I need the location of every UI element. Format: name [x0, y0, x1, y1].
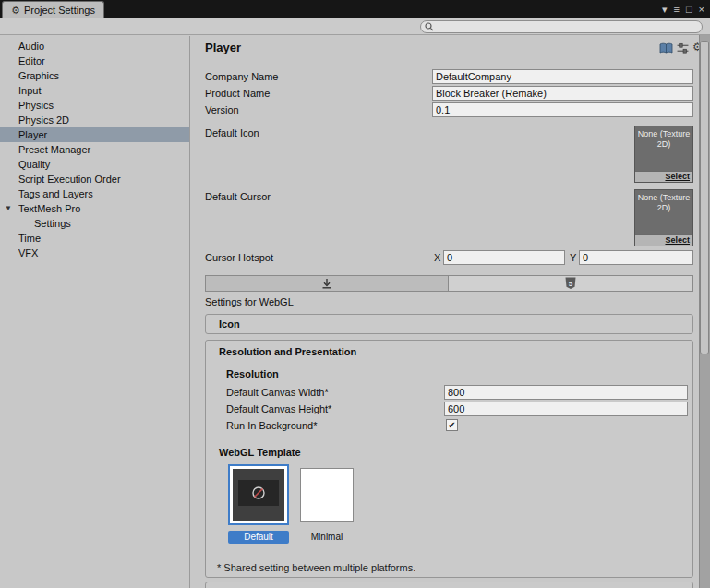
sidebar-item-editor[interactable]: Editor	[0, 54, 189, 68]
dropdown-caret-icon[interactable]: ▾	[662, 2, 668, 17]
checkmark-icon: ✔	[448, 420, 455, 430]
sidebar-item-vfx[interactable]: VFX	[0, 246, 189, 260]
sidebar-item-textmesh-pro[interactable]: ▼ TextMesh Pro	[0, 201, 189, 216]
sidebar-item-time[interactable]: Time	[0, 231, 189, 246]
webgl-template-title: WebGL Template	[219, 447, 301, 458]
default-icon-object-field[interactable]: None (Texture 2D) Select	[634, 126, 693, 183]
hotspot-y-label: Y	[570, 252, 576, 263]
presets-icon[interactable]	[677, 42, 689, 54]
close-icon[interactable]: ×	[699, 2, 704, 17]
sidebar-item-preset-manager[interactable]: Preset Manager	[0, 142, 189, 157]
settings-category-list: Audio Editor Graphics Input Physics Phys…	[0, 39, 189, 260]
search-field[interactable]	[420, 20, 703, 33]
canvas-width-label: Default Canvas Width*	[226, 387, 329, 398]
tab-label: Project Settings	[24, 5, 95, 16]
sidebar-item-input[interactable]: Input	[0, 83, 189, 98]
version-input[interactable]	[432, 102, 693, 117]
settings-for-platform-label: Settings for WebGL	[205, 296, 294, 307]
search-icon	[425, 22, 434, 31]
shared-setting-footnote: * Shared setting between multiple platfo…	[217, 562, 415, 573]
icon-section-header[interactable]: Icon	[205, 314, 693, 334]
canvas-height-label: Default Canvas Height*	[226, 403, 331, 414]
resolution-subsection-title: Resolution	[226, 368, 279, 379]
run-in-background-checkbox[interactable]: ✔	[446, 419, 458, 431]
default-icon-label: Default Icon	[205, 127, 259, 138]
cursor-hotspot-label: Cursor Hotspot	[205, 252, 273, 263]
select-icon-button[interactable]: Select	[635, 171, 692, 182]
sidebar-item-quality[interactable]: Quality	[0, 157, 189, 172]
manual-book-icon[interactable]	[659, 42, 673, 54]
company-name-input[interactable]	[432, 69, 693, 84]
sidebar-item-graphics[interactable]: Graphics	[0, 68, 189, 83]
hotspot-x-label: X	[434, 252, 440, 263]
default-template-preview	[233, 469, 284, 521]
html5-webgl-icon: 5	[565, 277, 576, 290]
sidebar-item-audio[interactable]: Audio	[0, 39, 189, 54]
project-settings-gear-icon: ⚙	[11, 5, 20, 17]
window-titlebar: ⚙ Project Settings ▾ ≡ □ ×	[0, 0, 710, 18]
company-name-label: Company Name	[205, 71, 278, 82]
window-controls: ▾ ≡ □ ×	[662, 2, 704, 17]
svg-text:5: 5	[569, 280, 573, 288]
canvas-width-input[interactable]	[444, 385, 688, 400]
default-cursor-object-field[interactable]: None (Texture 2D) Select	[634, 189, 693, 246]
window-menu-icon[interactable]: ≡	[673, 2, 679, 17]
page-title: Player	[205, 41, 241, 54]
template-default-label[interactable]: Default	[228, 531, 289, 544]
sidebar-item-physics[interactable]: Physics	[0, 98, 189, 113]
download-icon	[321, 278, 332, 289]
template-minimal-label[interactable]: Minimal	[300, 532, 354, 542]
icon-section-title: Icon	[206, 315, 692, 330]
select-cursor-button[interactable]: Select	[635, 234, 692, 246]
webgl-template-minimal-thumbnail[interactable]	[300, 468, 354, 522]
sidebar-item-script-execution-order[interactable]: Script Execution Order	[0, 172, 189, 186]
sidebar-item-tags-and-layers[interactable]: Tags and Layers	[0, 186, 189, 201]
product-name-label: Product Name	[205, 88, 270, 99]
sidebar-item-textmesh-settings[interactable]: Settings	[0, 216, 189, 231]
webgl-template-default-thumbnail[interactable]	[228, 464, 289, 525]
search-input[interactable]	[437, 21, 698, 32]
next-section-header-partial[interactable]	[205, 582, 693, 588]
platform-tab-download[interactable]	[205, 275, 449, 292]
sidebar-item-physics-2d[interactable]: Physics 2D	[0, 113, 189, 127]
sidebar-item-player[interactable]: Player	[0, 127, 189, 142]
foldout-expanded-icon[interactable]: ▼	[5, 201, 12, 216]
maximize-icon[interactable]: □	[686, 2, 692, 17]
default-cursor-label: Default Cursor	[205, 191, 271, 202]
object-none-label: None (Texture 2D)	[635, 126, 692, 150]
object-none-label: None (Texture 2D)	[635, 190, 692, 213]
canvas-height-input[interactable]	[444, 402, 688, 416]
sidebar-divider	[189, 36, 190, 588]
platform-tab-webgl[interactable]: 5	[448, 275, 693, 292]
tab-project-settings[interactable]: ⚙ Project Settings	[2, 1, 104, 18]
hotspot-x-input[interactable]	[443, 250, 565, 265]
version-label: Version	[205, 104, 239, 115]
product-name-input[interactable]	[432, 86, 693, 101]
hotspot-y-input[interactable]	[579, 250, 693, 265]
resolution-presentation-section: Resolution and Presentation Resolution D…	[205, 340, 693, 578]
vertical-scrollbar-thumb[interactable]	[700, 41, 709, 354]
run-in-background-label: Run In Background*	[226, 420, 317, 431]
resolution-section-title[interactable]: Resolution and Presentation	[219, 346, 356, 357]
sidebar-item-label: TextMesh Pro	[18, 203, 80, 214]
